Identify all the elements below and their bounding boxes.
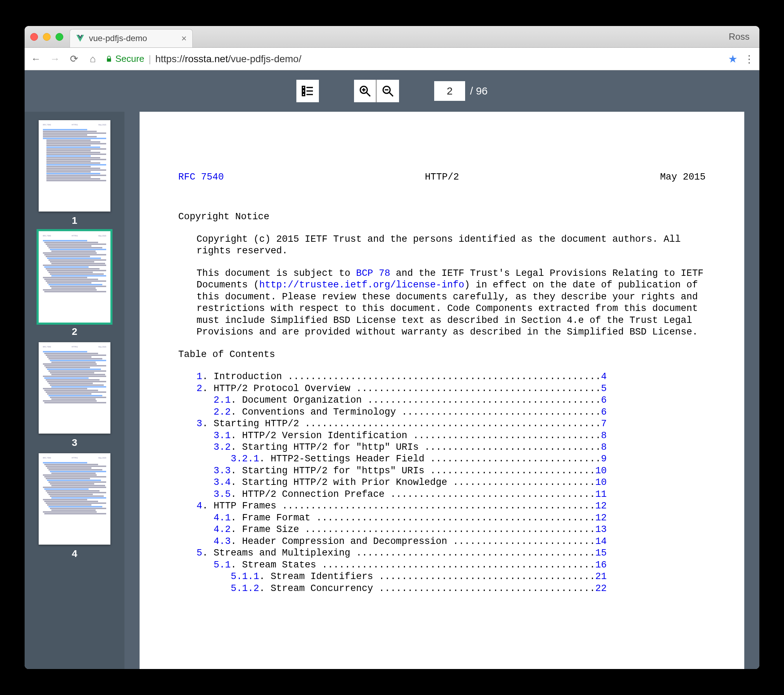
toc-entry: 3.5. HTTP/2 Connection Preface .........… [196,489,706,500]
toggle-thumbnails-button[interactable] [296,80,319,102]
toc-page-link[interactable]: 6 [601,395,606,406]
thumbnail-label: 2 [72,326,77,337]
toc-page-link[interactable]: 5 [601,383,606,394]
toc-entry: 3. Starting HTTP/2 .....................… [196,418,706,430]
toc-section-link[interactable]: 2 [196,383,202,394]
secure-indicator: Secure [105,53,144,64]
bcp78-link[interactable]: BCP 78 [356,268,390,279]
back-button[interactable]: ← [30,53,42,65]
toc-entry: 3.4. Starting HTTP/2 with Prior Knowledg… [196,477,706,488]
close-window-button[interactable] [30,33,38,41]
toc-section-link[interactable]: 5.1 [214,560,231,570]
toc-entry: 3.2. Starting HTTP/2 for "http" URIs ...… [196,442,706,453]
toc-entry: 4. HTTP Frames .........................… [196,500,706,512]
maximize-window-button[interactable] [56,33,63,41]
forward-button[interactable]: → [48,53,61,65]
toc-section-link[interactable]: 5 [196,548,202,558]
license-info-link[interactable]: http://trustee.ietf.org/license-info [259,280,464,290]
toc-section-link[interactable]: 3.4 [214,477,231,488]
toc-section-link[interactable]: 3.2 [214,442,231,453]
toc-section-link[interactable]: 3.5 [214,489,231,499]
toc-page-link[interactable]: 12 [595,501,606,511]
total-pages-label: / 96 [470,85,488,97]
toc-page-link[interactable]: 10 [595,465,606,476]
toc-section-link[interactable]: 4.1 [214,513,231,523]
toc-section-link[interactable]: 3.3 [214,465,231,476]
pdf-main-view[interactable]: RFC 7540 HTTP/2 May 2015 Copyright Notic… [124,112,759,669]
copyright-heading: Copyright Notice [178,211,706,223]
toc-section-link[interactable]: 3 [196,419,202,429]
thumbnail-page-3[interactable]: RFC 7540HTTP/2May 2015 [39,342,110,434]
toc-page-link[interactable]: 8 [601,442,606,453]
page-header: RFC 7540 HTTP/2 May 2015 [178,171,706,183]
toc-page-link[interactable]: 9 [601,453,606,464]
toc-entry: 2. HTTP/2 Protocol Overview ............… [196,383,706,394]
svg-rect-1 [302,90,305,92]
rfc-link[interactable]: RFC 7540 [178,171,224,183]
table-of-contents: 1. Introduction ........................… [178,371,706,595]
thumbnail-page-1[interactable]: RFC 7540HTTP/2May 2015 [39,120,110,212]
zoom-controls [354,80,399,102]
traffic-lights [30,33,63,41]
toc-section-link[interactable]: 4.3 [214,536,231,547]
thumbnail-sidebar[interactable]: RFC 7540HTTP/2May 20151RFC 7540HTTP/2May… [25,112,124,669]
toc-entry: 5.1.1. Stream Identifiers ..............… [196,571,706,583]
close-tab-icon[interactable]: × [181,33,187,44]
toc-section-link[interactable]: 3.1 [214,430,231,441]
toc-entry: 5.1.2. Stream Concurrency ..............… [196,583,706,595]
thumbnail-label: 1 [72,215,77,226]
copyright-p2: This document is subject to BCP 78 and t… [178,268,706,338]
toc-page-link[interactable]: 16 [595,560,606,570]
toc-page-link[interactable]: 12 [595,513,606,523]
toc-section-link[interactable]: 2.2 [214,407,231,417]
profile-label[interactable]: Ross [729,31,749,42]
reload-button[interactable]: ⟳ [68,53,80,65]
toc-entry: 4.3. Header Compression and Decompressio… [196,536,706,547]
thumbnail-page-2[interactable]: RFC 7540HTTP/2May 2015 [39,231,110,322]
toc-page-link[interactable]: 8 [601,430,606,441]
browser-menu-icon[interactable]: ⋮ [744,53,754,65]
zoom-in-button[interactable] [354,80,377,102]
toc-section-link[interactable]: 4.2 [214,524,231,535]
page-number-input[interactable] [434,81,465,101]
bookmark-star-icon[interactable]: ★ [728,53,738,65]
toc-section-link[interactable]: 5.1.2 [231,583,259,594]
minimize-window-button[interactable] [43,33,51,41]
toc-section-link[interactable]: 1 [196,371,202,382]
toc-page-link[interactable]: 7 [601,419,606,429]
toc-entry: 4.2. Frame Size ........................… [196,524,706,536]
lock-icon [105,56,112,62]
toc-page-link[interactable]: 14 [595,536,606,547]
toc-page-link[interactable]: 11 [595,489,606,499]
toc-section-link[interactable]: 4 [196,501,202,511]
browser-window: vue-pdfjs-demo × Ross ← → ⟳ ⌂ Secure | h… [25,26,759,669]
thumbnail-page-4[interactable]: RFC 7540HTTP/2May 2015 [39,453,110,545]
toc-page-link[interactable]: 21 [595,571,606,582]
toc-page-link[interactable]: 4 [601,371,606,382]
thumbnails-icon [301,84,315,98]
toc-entry: 5. Streams and Multiplexing ............… [196,547,706,559]
svg-rect-0 [302,86,305,89]
zoom-out-button[interactable] [377,80,399,102]
svg-line-11 [390,93,393,96]
titlebar: vue-pdfjs-demo × Ross [25,26,759,48]
url-field[interactable]: Secure | https://rossta.net/vue-pdfjs-de… [105,53,722,65]
toc-page-link[interactable]: 6 [601,407,606,417]
toc-entry: 3.3. Starting HTTP/2 for "https" URIs ..… [196,465,706,477]
toc-page-link[interactable]: 10 [595,477,606,488]
toc-section-link[interactable]: 5.1.1 [231,571,259,582]
toc-section-link[interactable]: 3.2.1 [231,453,259,464]
thumbnail-label: 4 [72,548,77,559]
toc-page-link[interactable]: 22 [595,583,606,594]
toc-entry: 3.2.1. HTTP2-Settings Header Field .....… [196,453,706,465]
browser-tab[interactable]: vue-pdfjs-demo × [69,29,193,48]
toc-page-link[interactable]: 15 [595,548,606,558]
home-button[interactable]: ⌂ [86,53,99,65]
toc-section-link[interactable]: 2.1 [214,395,231,406]
toc-page-link[interactable]: 13 [595,524,606,535]
svg-line-7 [367,93,370,96]
pdf-page: RFC 7540 HTTP/2 May 2015 Copyright Notic… [140,112,744,669]
toc-entry: 5.1. Stream States .....................… [196,559,706,571]
doc-title: HTTP/2 [425,171,459,183]
toc-entry: 4.1. Frame Format ......................… [196,512,706,524]
